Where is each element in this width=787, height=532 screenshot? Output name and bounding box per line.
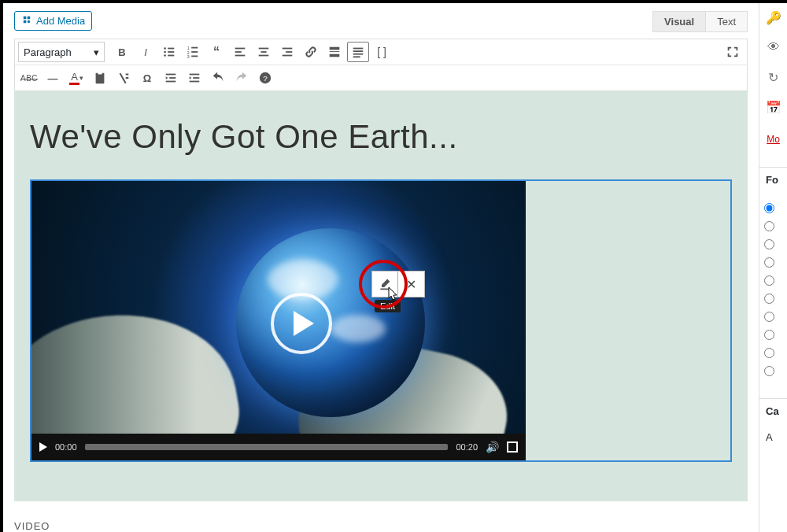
format-radio-4[interactable] [764, 257, 774, 268]
edit-tooltip: Edit [375, 300, 401, 312]
media-icon [21, 14, 32, 28]
svg-rect-16 [260, 51, 266, 53]
video-duration: 00:20 [456, 442, 478, 452]
svg-rect-9 [191, 51, 198, 53]
toolbar-row-1: Paragraph ▾ B I 123 “ [ ] [15, 39, 747, 65]
read-more-button[interactable] [323, 42, 345, 62]
fullscreen-button[interactable] [722, 42, 744, 62]
bold-button[interactable]: B [111, 42, 133, 62]
clear-formatting-button[interactable] [113, 68, 135, 88]
video-preview: 00:00 00:20 🔊 [31, 181, 526, 460]
play-overlay-button[interactable] [271, 293, 332, 354]
align-left-button[interactable] [229, 42, 251, 62]
toolbar-row-2: ABC — A▾ Ω ? [15, 65, 747, 91]
svg-rect-12 [235, 48, 246, 50]
numbered-list-button[interactable]: 123 [182, 42, 204, 62]
svg-point-0 [164, 47, 166, 50]
redo-button[interactable] [231, 68, 253, 88]
align-center-button[interactable] [253, 42, 275, 62]
format-radio-group [759, 203, 787, 376]
play-button[interactable] [39, 442, 47, 452]
video-current-time: 00:00 [55, 442, 77, 452]
undo-button[interactable] [207, 68, 229, 88]
svg-rect-5 [168, 55, 174, 57]
special-char-button[interactable]: Ω [136, 68, 158, 88]
format-dropdown[interactable]: Paragraph ▾ [18, 42, 105, 62]
svg-rect-23 [330, 54, 340, 57]
format-radio-9[interactable] [764, 348, 774, 358]
format-radio-5[interactable] [764, 275, 774, 286]
format-radio-6[interactable] [764, 294, 774, 304]
svg-rect-29 [98, 72, 102, 75]
svg-rect-18 [283, 48, 293, 50]
svg-rect-19 [286, 51, 292, 53]
video-progress-bar[interactable] [85, 444, 449, 450]
editor-tabs: Visual Text [652, 11, 748, 32]
post-title[interactable]: We've Only Got One Earth... [30, 118, 732, 156]
svg-rect-32 [166, 81, 176, 83]
categories-metabox-heading: Ca [759, 398, 787, 417]
format-dropdown-label: Paragraph [24, 46, 72, 58]
svg-rect-20 [283, 55, 293, 57]
svg-rect-7 [191, 47, 198, 49]
selection-toolbar: ✕ [371, 271, 425, 297]
format-radio-8[interactable] [764, 330, 774, 340]
remove-media-button[interactable]: ✕ [398, 271, 425, 297]
link-button[interactable] [300, 42, 322, 62]
svg-rect-31 [169, 77, 176, 79]
add-media-button[interactable]: Add Media [14, 11, 92, 31]
visibility-icon[interactable]: 👁 [766, 39, 781, 55]
svg-rect-13 [235, 51, 242, 53]
svg-rect-25 [353, 50, 364, 52]
pencil-icon [379, 278, 391, 290]
shortcode-button[interactable]: [ ] [371, 42, 393, 62]
categories-initial: A [759, 431, 787, 443]
svg-rect-35 [190, 81, 200, 83]
svg-rect-26 [353, 54, 364, 55]
indent-button[interactable] [183, 68, 205, 88]
svg-text:3: 3 [187, 54, 190, 59]
format-radio-2[interactable] [764, 221, 774, 231]
more-link[interactable]: Mo [767, 134, 780, 145]
format-radio-10[interactable] [764, 366, 774, 376]
svg-rect-22 [330, 51, 340, 52]
video-controls: 00:00 00:20 🔊 [31, 434, 526, 460]
horizontal-rule-button[interactable]: — [42, 68, 64, 88]
schedule-icon[interactable]: 📅 [766, 99, 781, 115]
blockquote-button[interactable]: “ [205, 42, 227, 62]
format-radio-3[interactable] [764, 239, 774, 249]
svg-rect-27 [353, 56, 360, 57]
svg-rect-30 [166, 74, 176, 76]
toolbar: Paragraph ▾ B I 123 “ [ ] ABC — A▾ Ω [14, 39, 748, 91]
format-radio-7[interactable] [764, 312, 774, 322]
volume-button[interactable]: 🔊 [486, 441, 499, 453]
tab-visual[interactable]: Visual [652, 11, 706, 32]
video-block-selected[interactable]: 00:00 00:20 🔊 [30, 179, 732, 462]
toolbar-toggle-button[interactable] [347, 42, 369, 62]
align-right-button[interactable] [276, 42, 298, 62]
svg-rect-3 [168, 51, 174, 53]
sidebar-column: 🔑 👁 ↻ 📅 Mo Fo Ca A [759, 3, 787, 532]
add-media-label: Add Media [36, 15, 85, 27]
video-fullscreen-button[interactable] [507, 441, 518, 453]
help-button[interactable]: ? [254, 68, 276, 88]
italic-button[interactable]: I [135, 42, 157, 62]
editor-column: Add Media Visual Text Paragraph ▾ B I 12… [3, 3, 759, 532]
svg-rect-33 [190, 74, 200, 76]
tab-text[interactable]: Text [706, 11, 748, 32]
block-type-label: VIDEO [14, 520, 748, 532]
topbar: Add Media Visual Text [3, 3, 759, 32]
strikethrough-button[interactable]: ABC [18, 68, 40, 88]
outdent-button[interactable] [160, 68, 182, 88]
bullet-list-button[interactable] [158, 42, 180, 62]
svg-point-2 [164, 51, 166, 54]
editor-canvas[interactable]: We've Only Got One Earth... 00:00 00:20 … [14, 91, 748, 501]
chevron-down-icon: ▾ [94, 46, 99, 58]
revisions-icon[interactable]: ↻ [766, 69, 781, 85]
edit-media-button[interactable] [371, 271, 398, 297]
key-icon[interactable]: 🔑 [766, 9, 781, 25]
paste-text-button[interactable] [89, 68, 111, 88]
text-color-button[interactable]: A▾ [65, 68, 87, 88]
svg-rect-15 [259, 48, 269, 50]
format-radio-standard[interactable] [764, 203, 774, 213]
